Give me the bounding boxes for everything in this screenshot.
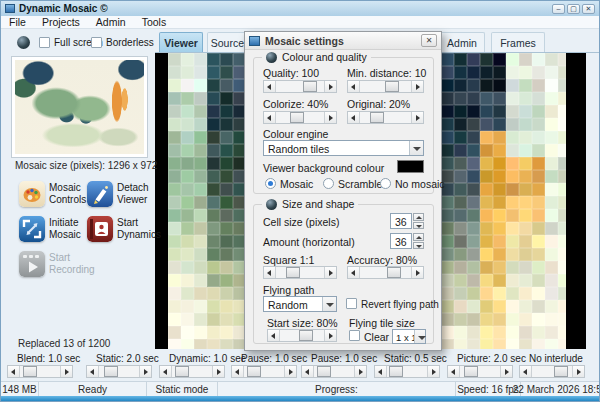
spinner-down-arrow[interactable] xyxy=(413,242,424,250)
slider-right-arrow[interactable] xyxy=(324,81,336,92)
spinner-down-arrow[interactable] xyxy=(413,222,424,230)
borderless-checkbox[interactable] xyxy=(91,37,102,48)
help-globe-icon[interactable] xyxy=(266,52,277,63)
slider-thumb[interactable] xyxy=(303,81,317,92)
static2-slider[interactable] xyxy=(374,365,440,378)
spinner-up-arrow[interactable] xyxy=(413,233,424,241)
slider-left-arrow[interactable] xyxy=(520,366,532,377)
slider-track[interactable] xyxy=(276,81,324,92)
slider-right-arrow[interactable] xyxy=(427,366,439,377)
accuracy-slider[interactable] xyxy=(347,266,424,279)
slider-thumb[interactable] xyxy=(290,112,304,123)
slider-thumb[interactable] xyxy=(247,366,261,377)
pause1-slider[interactable] xyxy=(231,365,297,378)
slider-right-arrow[interactable] xyxy=(212,366,224,377)
maximize-button[interactable]: ▢ xyxy=(567,4,580,14)
slider-thumb[interactable] xyxy=(23,366,37,377)
menu-admin[interactable]: Admin xyxy=(88,16,134,28)
slider-track[interactable] xyxy=(244,366,284,377)
slider-right-arrow[interactable] xyxy=(411,112,423,123)
slider-track[interactable] xyxy=(360,267,411,278)
scramble-radio[interactable] xyxy=(323,178,334,189)
tab-frames[interactable]: Frames xyxy=(491,32,545,52)
blend-slider[interactable] xyxy=(7,365,73,378)
slider-right-arrow[interactable] xyxy=(411,267,423,278)
chevron-down-icon[interactable] xyxy=(322,297,336,311)
slider-thumb[interactable] xyxy=(104,366,118,377)
help-globe-icon[interactable] xyxy=(266,199,277,210)
slider-thumb[interactable] xyxy=(317,366,331,377)
slider-left-arrow[interactable] xyxy=(348,81,360,92)
menu-file[interactable]: File xyxy=(1,16,34,28)
slider-track[interactable] xyxy=(314,366,354,377)
slider-track[interactable] xyxy=(20,366,60,377)
clear-checkbox[interactable] xyxy=(349,330,360,341)
slider-thumb[interactable] xyxy=(389,366,403,377)
slider-track[interactable] xyxy=(532,366,572,377)
slider-left-arrow[interactable] xyxy=(302,366,314,377)
slider-track[interactable] xyxy=(276,267,324,278)
start-dynamics-button[interactable]: Start Dynamics xyxy=(87,216,153,246)
slider-thumb[interactable] xyxy=(464,366,478,377)
colour-engine-combobox[interactable]: Random tiles xyxy=(263,140,424,156)
slider-track[interactable] xyxy=(387,366,427,377)
detach-viewer-button[interactable]: Detach Viewer xyxy=(87,181,153,211)
slider-right-arrow[interactable] xyxy=(324,330,336,341)
slider-thumb[interactable] xyxy=(175,366,189,377)
slider-left-arrow[interactable] xyxy=(264,81,276,92)
slider-right-arrow[interactable] xyxy=(139,366,151,377)
slider-right-arrow[interactable] xyxy=(411,81,423,92)
close-button[interactable]: ✕ xyxy=(582,4,595,14)
tab-admin[interactable]: Admin xyxy=(439,32,485,52)
cell-size-spinner[interactable]: 36 xyxy=(390,213,424,229)
chevron-down-icon[interactable] xyxy=(409,141,423,155)
slider-left-arrow[interactable] xyxy=(448,366,460,377)
square-slider[interactable] xyxy=(263,266,337,279)
slider-thumb[interactable] xyxy=(299,330,313,341)
menu-projects[interactable]: Projects xyxy=(34,16,88,28)
help-icon[interactable] xyxy=(17,36,30,49)
slider-left-arrow[interactable] xyxy=(160,366,172,377)
no-mosaic-radio[interactable] xyxy=(380,178,391,189)
slider-thumb[interactable] xyxy=(370,112,384,123)
mosaic-controls-button[interactable]: Mosaic Controls xyxy=(19,181,85,211)
slider-right-arrow[interactable] xyxy=(60,366,72,377)
slider-track[interactable] xyxy=(172,366,212,377)
full-screen-checkbox[interactable] xyxy=(39,37,50,48)
slider-left-arrow[interactable] xyxy=(232,366,244,377)
slider-thumb[interactable] xyxy=(385,81,399,92)
slider-left-arrow[interactable] xyxy=(264,112,276,123)
slider-left-arrow[interactable] xyxy=(375,366,387,377)
tab-viewer[interactable]: Viewer xyxy=(159,32,203,52)
colorize-slider[interactable] xyxy=(263,111,337,124)
slider-left-arrow[interactable] xyxy=(8,366,20,377)
slider-track[interactable] xyxy=(360,81,411,92)
min-distance-slider[interactable] xyxy=(347,80,424,93)
slider-right-arrow[interactable] xyxy=(500,366,512,377)
slider-thumb[interactable] xyxy=(387,267,401,278)
dialog-close-button[interactable]: ✕ xyxy=(421,34,437,47)
slider-right-arrow[interactable] xyxy=(354,366,366,377)
minimize-button[interactable]: – xyxy=(552,4,565,14)
slider-track[interactable] xyxy=(460,366,500,377)
initiate-mosaic-button[interactable]: Initiate Mosaic xyxy=(19,216,85,246)
slider-left-arrow[interactable] xyxy=(268,330,280,341)
start-recording-button[interactable]: Start Recording xyxy=(19,251,85,281)
slider-left-arrow[interactable] xyxy=(87,366,99,377)
dialog-title-bar[interactable]: Mosaic settings ✕ xyxy=(245,32,441,50)
chevron-down-icon[interactable] xyxy=(414,330,425,343)
start-size-slider[interactable] xyxy=(267,329,337,342)
flying-tile-size-combobox[interactable]: 1 x 1 xyxy=(392,329,426,344)
slider-thumb[interactable] xyxy=(286,267,300,278)
interlude-slider[interactable] xyxy=(519,365,585,378)
pause2-slider[interactable] xyxy=(301,365,367,378)
flying-path-combobox[interactable]: Random xyxy=(263,296,337,312)
slider-left-arrow[interactable] xyxy=(348,267,360,278)
slider-track[interactable] xyxy=(280,330,324,341)
cell-size-value[interactable]: 36 xyxy=(390,213,412,229)
slider-right-arrow[interactable] xyxy=(284,366,296,377)
spinner-up-arrow[interactable] xyxy=(413,213,424,221)
original-slider[interactable] xyxy=(347,111,424,124)
amount-value[interactable]: 36 xyxy=(390,233,412,249)
amount-spinner[interactable]: 36 xyxy=(390,233,424,249)
